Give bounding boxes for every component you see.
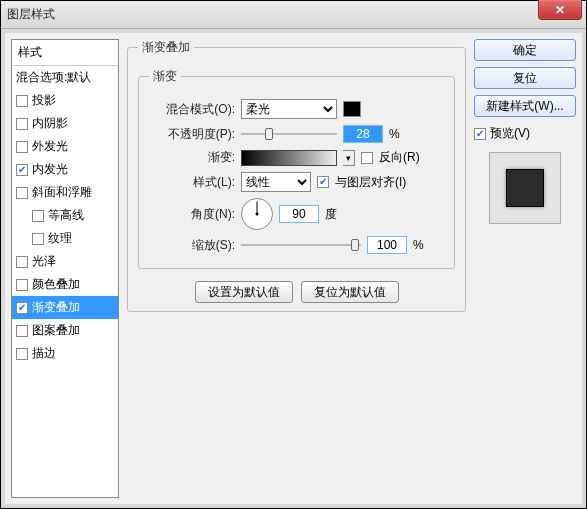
style-item-1[interactable]: 内阴影 [12, 112, 118, 135]
style-checkbox[interactable] [16, 348, 28, 360]
scale-input[interactable] [367, 236, 407, 254]
gradient-legend: 渐变 [149, 68, 181, 85]
style-label: 图案叠加 [32, 322, 80, 339]
style-item-9[interactable]: 渐变叠加 [12, 296, 118, 319]
preview-box [489, 152, 561, 224]
style-label: 描边 [32, 345, 56, 362]
window-title: 图层样式 [7, 6, 580, 23]
style-label: 纹理 [48, 230, 72, 247]
dialog-body: 样式 混合选项:默认 投影内阴影外发光内发光斜面和浮雕等高线纹理光泽颜色叠加渐变… [1, 29, 586, 508]
style-item-0[interactable]: 投影 [12, 89, 118, 112]
ok-button[interactable]: 确定 [474, 39, 576, 61]
preview-swatch [506, 169, 544, 207]
style-label: 样式(L): [149, 174, 235, 191]
style-checkbox[interactable] [32, 210, 44, 222]
style-label: 投影 [32, 92, 56, 109]
style-item-10[interactable]: 图案叠加 [12, 319, 118, 342]
blend-options-header[interactable]: 混合选项:默认 [12, 66, 118, 89]
group-title: 渐变叠加 [138, 39, 194, 56]
gradient-overlay-group: 渐变叠加 渐变 混合模式(O): 柔光 不透明度(P): [127, 39, 466, 312]
blend-mode-select[interactable]: 柔光 [241, 99, 337, 119]
scale-label: 缩放(S): [149, 237, 235, 254]
style-label: 颜色叠加 [32, 276, 80, 293]
style-checkbox[interactable] [16, 256, 28, 268]
opacity-label: 不透明度(P): [149, 126, 235, 143]
style-checkbox[interactable] [16, 164, 28, 176]
style-label: 内发光 [32, 161, 68, 178]
style-item-8[interactable]: 颜色叠加 [12, 273, 118, 296]
opacity-input[interactable] [343, 125, 383, 143]
style-label: 外发光 [32, 138, 68, 155]
styles-header[interactable]: 样式 [12, 40, 118, 66]
close-button[interactable]: ✕ [538, 0, 582, 20]
style-item-5[interactable]: 等高线 [12, 204, 118, 227]
style-label: 渐变叠加 [32, 299, 80, 316]
preview-label: 预览(V) [490, 125, 530, 142]
scale-slider[interactable] [241, 238, 361, 252]
angle-label: 角度(N): [149, 206, 235, 223]
settings-panel: 渐变叠加 渐变 混合模式(O): 柔光 不透明度(P): [127, 39, 466, 498]
blend-mode-label: 混合模式(O): [149, 101, 235, 118]
style-checkbox[interactable] [32, 233, 44, 245]
styles-list: 样式 混合选项:默认 投影内阴影外发光内发光斜面和浮雕等高线纹理光泽颜色叠加渐变… [11, 39, 119, 498]
style-item-11[interactable]: 描边 [12, 342, 118, 365]
set-default-button[interactable]: 设置为默认值 [195, 281, 293, 303]
gradient-label: 渐变: [149, 149, 235, 166]
style-checkbox[interactable] [16, 187, 28, 199]
reverse-checkbox[interactable] [361, 152, 373, 164]
reset-default-button[interactable]: 复位为默认值 [301, 281, 399, 303]
style-label: 内阴影 [32, 115, 68, 132]
style-checkbox[interactable] [16, 279, 28, 291]
style-label: 等高线 [48, 207, 84, 224]
angle-unit: 度 [325, 206, 337, 223]
opacity-slider[interactable] [241, 127, 337, 141]
gradient-dropdown[interactable]: ▾ [343, 150, 355, 166]
style-item-2[interactable]: 外发光 [12, 135, 118, 158]
style-checkbox[interactable] [16, 325, 28, 337]
opacity-unit: % [389, 127, 400, 141]
style-checkbox[interactable] [16, 141, 28, 153]
blend-color-swatch[interactable] [343, 101, 361, 117]
close-icon: ✕ [555, 3, 565, 17]
style-item-6[interactable]: 纹理 [12, 227, 118, 250]
align-label: 与图层对齐(I) [335, 174, 406, 191]
gradient-group: 渐变 混合模式(O): 柔光 不透明度(P): % [138, 68, 455, 269]
right-panel: 确定 复位 新建样式(W)... 预览(V) [474, 39, 576, 498]
align-checkbox[interactable] [317, 176, 329, 188]
style-checkbox[interactable] [16, 95, 28, 107]
cancel-button[interactable]: 复位 [474, 67, 576, 89]
style-label: 光泽 [32, 253, 56, 270]
style-checkbox[interactable] [16, 302, 28, 314]
preview-checkbox[interactable] [474, 128, 486, 140]
style-select[interactable]: 线性 [241, 172, 311, 192]
style-item-4[interactable]: 斜面和浮雕 [12, 181, 118, 204]
style-item-3[interactable]: 内发光 [12, 158, 118, 181]
layer-style-dialog: 图层样式 ✕ 样式 混合选项:默认 投影内阴影外发光内发光斜面和浮雕等高线纹理光… [0, 0, 587, 509]
style-item-7[interactable]: 光泽 [12, 250, 118, 273]
reverse-label: 反向(R) [379, 149, 420, 166]
style-label: 斜面和浮雕 [32, 184, 92, 201]
scale-unit: % [413, 238, 424, 252]
angle-input[interactable] [279, 205, 319, 223]
gradient-picker[interactable] [241, 150, 337, 166]
new-style-button[interactable]: 新建样式(W)... [474, 95, 576, 117]
style-checkbox[interactable] [16, 118, 28, 130]
titlebar[interactable]: 图层样式 ✕ [1, 1, 586, 29]
angle-dial[interactable] [241, 198, 273, 230]
